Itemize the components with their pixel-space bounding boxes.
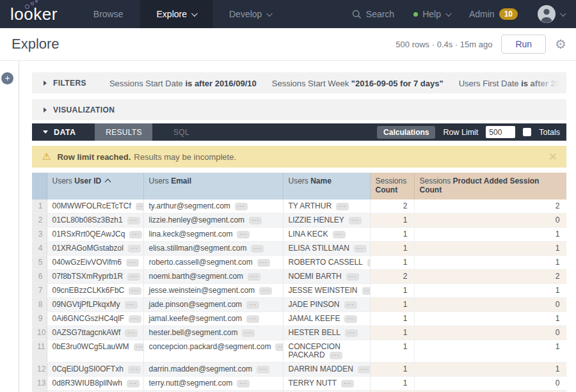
table-cell-measure[interactable]: 1 bbox=[414, 312, 566, 326]
table-cell-measure[interactable]: 0 bbox=[414, 298, 566, 312]
table-cell-measure[interactable]: 1 bbox=[370, 340, 414, 363]
column-header-email[interactable]: Users Email bbox=[143, 173, 283, 200]
cell-menu-button[interactable]: ··· bbox=[367, 259, 370, 267]
table-cell-measure[interactable]: 1 bbox=[414, 340, 566, 363]
column-header-user-id[interactable]: Users User ID bbox=[47, 173, 143, 200]
cell-menu-button[interactable]: ··· bbox=[275, 343, 283, 351]
table-cell-measure[interactable]: 1 bbox=[414, 242, 566, 256]
cell-menu-button[interactable]: ··· bbox=[129, 231, 142, 239]
cell-menu-button[interactable]: ··· bbox=[330, 352, 342, 359]
looker-logo[interactable]: looker bbox=[0, 0, 77, 28]
cell-menu-button[interactable]: ··· bbox=[346, 273, 359, 281]
cell-menu-button[interactable]: ··· bbox=[134, 343, 143, 351]
cell-menu-button[interactable]: ··· bbox=[127, 380, 140, 388]
table-cell-measure[interactable]: 2 bbox=[414, 270, 566, 284]
table-cell-measure[interactable]: 1 bbox=[370, 377, 414, 391]
table-cell-measure[interactable]: 1 bbox=[370, 242, 414, 256]
table-cell-measure[interactable]: 1 bbox=[370, 312, 414, 326]
cell-menu-button[interactable]: ··· bbox=[235, 203, 248, 210]
column-header-name[interactable]: Users Name bbox=[283, 173, 370, 200]
table-cell: JADE PINSON··· bbox=[283, 298, 370, 312]
table-cell-measure[interactable]: 1 bbox=[414, 256, 566, 270]
cell-menu-button[interactable]: ··· bbox=[257, 259, 270, 267]
row-limit-input[interactable] bbox=[486, 126, 515, 138]
cell-menu-button[interactable]: ··· bbox=[333, 231, 346, 239]
cell-menu-button[interactable]: ··· bbox=[242, 329, 255, 337]
filter-item[interactable]: Sessions Start Week "2016-09-05 for 7 da… bbox=[272, 79, 444, 88]
table-cell-measure[interactable]: 0 bbox=[414, 377, 566, 391]
cell-menu-button[interactable]: ··· bbox=[125, 329, 138, 337]
nav-admin[interactable]: Admin 10 bbox=[469, 8, 518, 20]
table-cell-measure[interactable]: 2 bbox=[370, 200, 414, 214]
cell-menu-button[interactable]: ··· bbox=[128, 366, 141, 373]
table-cell-measure[interactable]: 1 bbox=[370, 363, 414, 377]
cell-menu-button[interactable]: ··· bbox=[237, 380, 250, 388]
cell-menu-button[interactable]: ··· bbox=[248, 273, 260, 281]
table-cell-measure[interactable]: 1 bbox=[414, 228, 566, 242]
table-cell-measure[interactable]: 1 bbox=[370, 284, 414, 298]
visualization-panel[interactable]: VISUALIZATION bbox=[32, 99, 566, 120]
table-cell-measure[interactable]: 2 bbox=[370, 270, 414, 284]
filter-item[interactable]: Sessions Start Date is after 2016/09/10 bbox=[109, 79, 257, 88]
nav-help[interactable]: Help bbox=[413, 9, 450, 19]
row-number: 4 bbox=[32, 242, 47, 256]
cell-menu-button[interactable]: ··· bbox=[127, 217, 140, 224]
cell-menu-button[interactable]: ··· bbox=[237, 231, 250, 239]
nav-search[interactable]: Search bbox=[352, 9, 394, 19]
cell-menu-button[interactable]: ··· bbox=[249, 217, 262, 224]
cell-menu-button[interactable]: ··· bbox=[129, 287, 141, 295]
table-cell-measure[interactable]: 1 bbox=[414, 363, 566, 377]
table-cell-measure[interactable]: 1 bbox=[370, 214, 414, 228]
add-button[interactable]: + bbox=[1, 72, 13, 84]
calculations-button[interactable]: Calculations bbox=[377, 126, 435, 139]
gear-icon[interactable]: ⚙ bbox=[555, 38, 566, 51]
cell-menu-button[interactable]: ··· bbox=[257, 366, 269, 373]
cell-menu-button[interactable]: ··· bbox=[125, 301, 138, 309]
cell-menu-button[interactable]: ··· bbox=[128, 245, 141, 253]
nav-item-browse[interactable]: Browse bbox=[77, 0, 140, 28]
table-row: 709cnEBzzCLKk6FbC···jesse.weinstein@segm… bbox=[32, 284, 566, 298]
nav-item-develop[interactable]: Develop bbox=[212, 0, 287, 28]
cell-menu-button[interactable]: ··· bbox=[345, 329, 358, 337]
table-cell-measure[interactable]: 0 bbox=[414, 326, 566, 340]
run-button[interactable]: Run bbox=[501, 35, 546, 54]
cell-menu-button[interactable]: ··· bbox=[354, 245, 367, 253]
cell-menu-button[interactable]: ··· bbox=[344, 315, 357, 323]
table-cell-measure[interactable]: 1 bbox=[414, 284, 566, 298]
cell-menu-button[interactable]: ··· bbox=[349, 217, 362, 224]
table-cell-measure[interactable]: 1 bbox=[370, 326, 414, 340]
table-row: 120CqEiDUgSI0OFTxh···darrin.madden@segme… bbox=[32, 363, 566, 377]
tab-results[interactable]: RESULTS bbox=[95, 123, 152, 141]
row-number: 5 bbox=[32, 256, 47, 270]
cell-menu-button[interactable]: ··· bbox=[259, 287, 272, 295]
cell-menu-button[interactable]: ··· bbox=[251, 245, 264, 253]
user-menu[interactable] bbox=[537, 4, 564, 24]
cell-menu-button[interactable]: ··· bbox=[246, 315, 259, 323]
nav-item-explore[interactable]: Explore bbox=[140, 0, 212, 28]
column-header-product-added-session-count[interactable]: Sessions Product Added Session Count bbox=[414, 173, 566, 200]
filter-item[interactable]: Users First Date is after 2016/09/10 bbox=[459, 79, 566, 88]
cell-menu-button[interactable]: ··· bbox=[344, 301, 357, 309]
cell-menu-button[interactable]: ··· bbox=[341, 380, 354, 388]
filters-panel[interactable]: FILTERS Sessions Start Date is after 201… bbox=[32, 72, 566, 93]
page-title: Explore bbox=[12, 36, 60, 52]
cell-menu-button[interactable]: ··· bbox=[246, 301, 259, 309]
cell-menu-button[interactable]: ··· bbox=[362, 287, 370, 295]
table-cell-measure[interactable]: 1 bbox=[370, 228, 414, 242]
table-cell-measure[interactable]: 1 bbox=[370, 298, 414, 312]
cell-menu-button[interactable]: ··· bbox=[129, 315, 141, 323]
table-cell-measure[interactable]: 0 bbox=[414, 214, 566, 228]
column-header-count[interactable]: Sessions Count bbox=[370, 173, 414, 200]
cell-menu-button[interactable]: ··· bbox=[136, 203, 143, 210]
table-cell-measure[interactable]: 2 bbox=[414, 200, 566, 214]
close-icon[interactable]: ✕ bbox=[548, 150, 557, 164]
cell-menu-button[interactable]: ··· bbox=[358, 366, 370, 373]
data-section-toggle[interactable]: DATA bbox=[32, 123, 95, 141]
table-cell-measure[interactable]: 1 bbox=[370, 256, 414, 270]
cell-menu-button[interactable]: ··· bbox=[127, 273, 140, 281]
column-field-label: User ID bbox=[74, 176, 101, 185]
tab-sql[interactable]: SQL bbox=[152, 123, 210, 141]
totals-checkbox[interactable] bbox=[523, 128, 531, 136]
cell-menu-button[interactable]: ··· bbox=[126, 259, 139, 267]
cell-menu-button[interactable]: ··· bbox=[336, 203, 349, 210]
